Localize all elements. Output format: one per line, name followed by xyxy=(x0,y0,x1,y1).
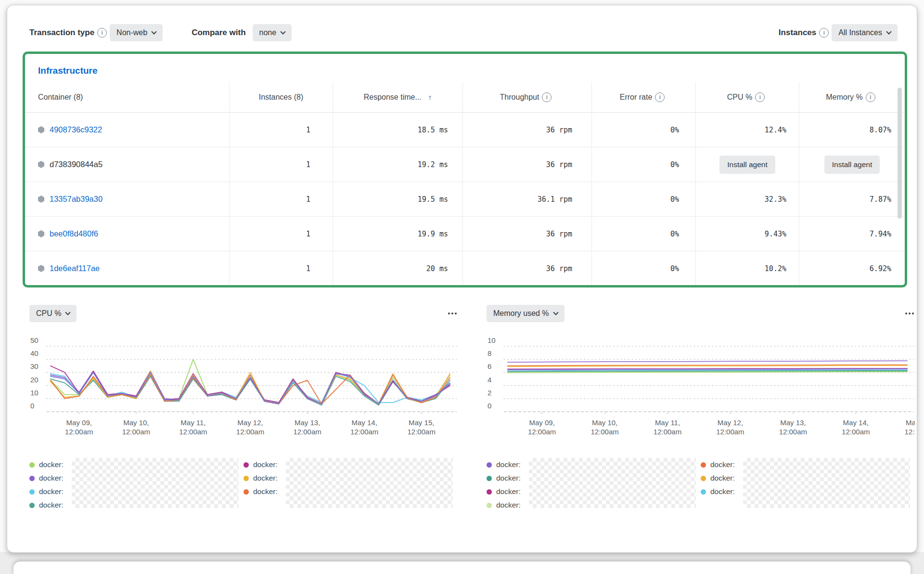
response-time-cell: 19.2 ms xyxy=(333,147,462,182)
legend-swatch-icon xyxy=(29,462,35,468)
error-rate-cell: 0% xyxy=(591,113,695,147)
container-link[interactable]: 4908736c9322 xyxy=(50,125,102,134)
transaction-type-label: Transaction type xyxy=(29,28,94,38)
compare-with-label: Compare with xyxy=(192,28,245,38)
chart-series-line xyxy=(51,371,450,404)
install-agent-button[interactable]: Install agent xyxy=(824,156,880,174)
container-name: d738390844a5 xyxy=(50,160,103,169)
table-row: 1de6eaf117ae 1 20 ms 36 rpm 0% 10.2% 6.9… xyxy=(25,251,905,286)
legend-swatch-icon xyxy=(701,489,706,495)
legend-column: docker:docker:docker:docker: xyxy=(487,458,701,508)
transaction-type-dropdown[interactable]: Non-web xyxy=(110,24,163,41)
table-row: 13357ab39a30 1 19.5 ms 36.1 rpm 0% 32.3%… xyxy=(25,182,905,217)
install-agent-button[interactable]: Install agent xyxy=(719,156,775,174)
chevron-down-icon xyxy=(280,29,285,34)
legend-column: docker:docker:docker:docker: xyxy=(29,458,244,508)
svg-text:May 10,12:00am: May 10,12:00am xyxy=(590,418,618,436)
svg-text:30: 30 xyxy=(30,362,38,370)
svg-text:May 14,12:00am: May 14,12:00am xyxy=(350,418,378,436)
container-link[interactable]: 1de6eaf117ae xyxy=(50,264,100,273)
error-rate-cell: 0% xyxy=(591,251,695,286)
throughput-cell: 36 rpm xyxy=(462,251,591,286)
svg-text:0: 0 xyxy=(30,402,34,410)
cpu-cell: 10.2% xyxy=(695,251,799,286)
legend-label: docker: xyxy=(39,501,64,508)
info-icon[interactable]: i xyxy=(542,92,552,102)
legend-swatch-icon xyxy=(29,503,35,508)
chart-series-line xyxy=(508,372,907,373)
legend-swatch-icon xyxy=(701,462,706,468)
container-icon xyxy=(38,196,44,203)
column-header-container[interactable]: Container (8) xyxy=(25,82,229,112)
chevron-down-icon xyxy=(886,29,891,34)
column-header-memory[interactable]: Memory %i xyxy=(799,82,905,112)
svg-text:10: 10 xyxy=(30,389,38,397)
svg-text:10: 10 xyxy=(488,336,496,344)
instances-dropdown[interactable]: All Instances xyxy=(832,24,898,41)
infrastructure-title[interactable]: Infrastructure xyxy=(38,65,905,76)
column-header-error-rate[interactable]: Error ratei xyxy=(591,82,695,112)
table-scrollbar-thumb[interactable] xyxy=(898,88,902,219)
transaction-type-value: Non-web xyxy=(116,28,147,37)
cpu-metric-dropdown[interactable]: CPU % xyxy=(29,305,77,322)
info-icon[interactable]: i xyxy=(97,28,107,38)
chart-series-line xyxy=(51,372,450,404)
svg-text:May 15,12:00am: May 15,12:00am xyxy=(408,418,436,436)
container-link[interactable]: 13357ab39a30 xyxy=(50,195,103,204)
info-icon[interactable]: i xyxy=(866,92,875,102)
column-header-response-time[interactable]: Response time...↑ xyxy=(333,82,462,112)
column-header-throughput[interactable]: Throughputi xyxy=(462,82,591,112)
chart-series-line xyxy=(51,371,450,404)
info-icon[interactable]: i xyxy=(655,92,665,102)
memory-metric-dropdown[interactable]: Memory used % xyxy=(487,305,565,322)
apm-summary-card: Transaction type i Non-web Compare with … xyxy=(7,5,917,553)
legend-label: docker: xyxy=(710,487,735,496)
chevron-down-icon xyxy=(65,310,71,315)
legend-swatch-icon xyxy=(29,489,35,495)
redacted-checkerboard xyxy=(743,458,910,508)
info-icon[interactable]: i xyxy=(755,92,765,102)
container-link[interactable]: bee0f8d480f6 xyxy=(50,229,98,238)
legend-swatch-icon xyxy=(701,476,706,481)
legend-label: docker: xyxy=(496,501,521,508)
table-row: bee0f8d480f6 1 19.9 ms 36 rpm 0% 9.43% 7… xyxy=(25,217,905,251)
throughput-cell: 36 rpm xyxy=(462,147,591,182)
instances-value-cell: 1 xyxy=(229,217,333,251)
legend-label: docker: xyxy=(39,460,64,469)
instances-value-cell: 1 xyxy=(229,251,333,286)
svg-text:May 11,12:00am: May 11,12:00am xyxy=(654,418,681,436)
svg-text:4: 4 xyxy=(488,376,491,384)
svg-text:May 12,12:00am: May 12,12:00am xyxy=(716,418,744,436)
info-icon[interactable]: i xyxy=(819,28,829,38)
cpu-cell: 32.3% xyxy=(695,182,799,216)
chevron-down-icon xyxy=(553,310,558,315)
error-rate-cell: 0% xyxy=(591,147,695,182)
compare-with-dropdown[interactable]: none xyxy=(253,24,292,41)
ellipsis-menu-icon[interactable] xyxy=(904,310,915,317)
legend-label: docker: xyxy=(253,474,278,483)
infrastructure-table: Container (8) Instances (8) Response tim… xyxy=(25,82,905,285)
cpu-cell: 12.4% xyxy=(695,113,799,147)
chevron-down-icon xyxy=(151,29,156,34)
memory-metric-value: Memory used % xyxy=(493,309,549,318)
svg-text:20: 20 xyxy=(30,376,38,384)
legend-swatch-icon xyxy=(487,503,492,508)
svg-text:0: 0 xyxy=(488,402,491,410)
cpu-chart: 01020304050May 09,12:00amMay 10,12:00amM… xyxy=(29,330,458,451)
instances-value: All Instances xyxy=(838,28,882,37)
sort-asc-icon: ↑ xyxy=(428,93,432,101)
ellipsis-menu-icon[interactable] xyxy=(447,310,458,317)
memory-cell: 8.07% xyxy=(799,113,905,147)
svg-text:May 12,12:00am: May 12,12:00am xyxy=(236,418,264,436)
legend-label: docker: xyxy=(39,487,64,496)
svg-text:40: 40 xyxy=(30,349,38,357)
instances-value-cell: 1 xyxy=(229,147,333,182)
column-header-instances[interactable]: Instances (8) xyxy=(229,82,333,112)
column-header-cpu[interactable]: CPU %i xyxy=(695,82,799,112)
chart-svg: 0246810May 09,12:00amMay 10,12:00amMay 1… xyxy=(487,330,915,449)
svg-text:8: 8 xyxy=(488,349,491,357)
legend-column: docker:docker:docker: xyxy=(244,458,458,508)
table-row: 4908736c9322 1 18.5 ms 36 rpm 0% 12.4% 8… xyxy=(25,113,905,147)
infrastructure-highlight-box: Infrastructure Container (8) Instances (… xyxy=(23,52,907,287)
memory-chart-legend: docker:docker:docker:docker:docker:docke… xyxy=(487,458,915,508)
